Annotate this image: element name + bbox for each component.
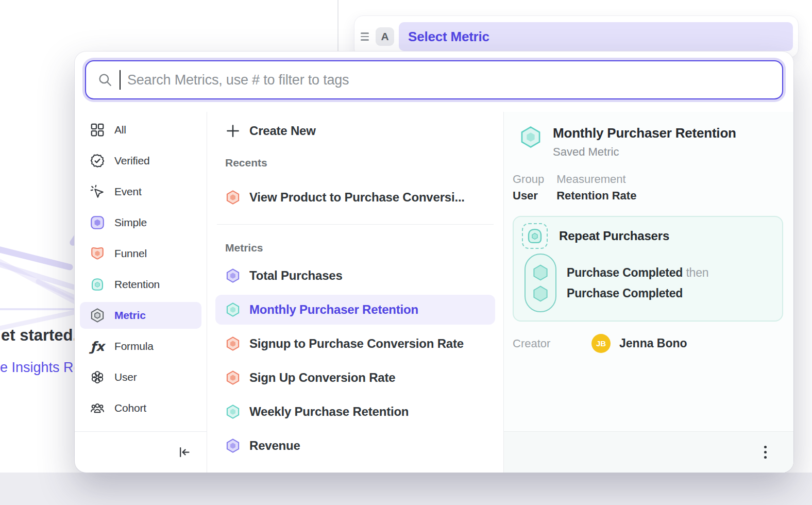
select-metric-label: Select Metric xyxy=(408,29,489,45)
creator-label: Creator xyxy=(513,337,591,350)
measurement-meta: Measurement Retention Rate xyxy=(556,173,636,203)
metric-hexagon-icon-purple xyxy=(225,268,241,283)
card-title: Repeat Purchasers xyxy=(559,229,669,243)
measurement-label: Measurement xyxy=(556,173,636,186)
simple-square-hexagon-icon xyxy=(90,215,105,230)
collapse-sidebar-icon[interactable] xyxy=(177,445,191,459)
creator-avatar: JB xyxy=(591,334,611,353)
list-item-label: Sign Up Conversion Rate xyxy=(249,371,395,385)
list-item-weekly-purchase-retention[interactable]: Weekly Purchase Retention xyxy=(215,397,495,427)
metric-detail-panel: Monthly Purchaser Retention Saved Metric… xyxy=(504,112,793,473)
metric-hexagon-icon xyxy=(90,308,105,323)
event-hexagon-icon xyxy=(532,264,549,281)
sidebar-item-label: Metric xyxy=(114,309,146,322)
sidebar-item-formula[interactable]: ƒx Formula xyxy=(80,333,201,360)
step-connector: then xyxy=(686,266,708,279)
metric-hexagon-icon-teal-large xyxy=(519,125,543,149)
list-item-monthly-purchaser-retention[interactable]: Monthly Purchaser Retention xyxy=(215,295,495,325)
sidebar-item-cohort[interactable]: Cohort xyxy=(80,395,201,422)
list-item-sign-up-conversion-rate[interactable]: Sign Up Conversion Rate xyxy=(215,363,495,393)
background-footer-band xyxy=(0,473,812,505)
sidebar-item-verified[interactable]: Verified xyxy=(80,147,201,174)
background-insights-link-fragment[interactable]: e Insights Re xyxy=(0,360,81,376)
list-item-label: Total Purchases xyxy=(249,268,343,283)
category-sidebar: All Verified Eve xyxy=(75,112,207,473)
metric-hexagon-icon-salmon xyxy=(225,336,241,351)
retention-arch-hexagon-icon xyxy=(90,277,105,292)
event-steps: Purchase Completed then Purchase Complet… xyxy=(567,254,708,312)
sidebar-item-simple[interactable]: Simple xyxy=(80,209,201,236)
list-item-recent[interactable]: View Product to Purchase Conversi... xyxy=(215,184,495,211)
measurement-value: Retention Rate xyxy=(556,189,636,203)
sidebar-item-label: Verified xyxy=(114,155,149,167)
step-1-event: Purchase Completed xyxy=(567,266,683,279)
search-icon xyxy=(97,72,113,88)
sidebar-item-label: Retention xyxy=(114,278,160,291)
create-new-label: Create New xyxy=(249,124,316,138)
saved-metric-definition-card: Repeat Purchasers xyxy=(513,216,783,322)
sidebar-item-user[interactable]: User xyxy=(80,364,201,391)
retention-arch-hexagon-icon xyxy=(526,227,544,245)
group-meta: Group User xyxy=(513,173,544,203)
detail-header: Monthly Purchaser Retention Saved Metric xyxy=(513,125,783,159)
sidebar-item-label: Funnel xyxy=(114,247,147,260)
sidebar-item-all[interactable]: All xyxy=(80,116,201,143)
metrics-list: Total Purchases Monthly Purchaser Retent… xyxy=(215,261,495,461)
formula-fx-icon: ƒx xyxy=(90,339,105,354)
sidebar-item-label: Formula xyxy=(114,340,154,352)
event-hexagon-icon xyxy=(532,285,549,302)
metric-hexagon-icon-purple xyxy=(225,438,241,453)
list-item-revenue[interactable]: Revenue xyxy=(215,431,495,461)
funnel-shield-hexagon-icon xyxy=(90,246,105,261)
screen: et started. e Insights Re A Select Metri… xyxy=(0,0,812,505)
group-label: Group xyxy=(513,173,544,186)
search-input[interactable]: Search Metrics, use # to filter to tags xyxy=(85,60,783,99)
step-2-event: Purchase Completed xyxy=(567,287,683,300)
create-new-button[interactable]: Create New xyxy=(215,119,495,143)
metric-hexagon-icon-teal xyxy=(225,302,241,317)
cohort-people-icon xyxy=(90,400,105,416)
series-a-badge[interactable]: A xyxy=(376,27,394,46)
metrics-heading: Metrics xyxy=(215,242,495,254)
recents-heading: Recents xyxy=(215,157,495,169)
background-headline-fragment: et started. xyxy=(1,326,77,345)
drag-handle-icon[interactable] xyxy=(361,32,371,41)
creator-row: Creator JB Jenna Bono xyxy=(513,334,783,353)
user-flower-icon xyxy=(90,369,105,385)
select-metric-button[interactable]: Select Metric xyxy=(399,22,793,51)
sidebar-item-label: Cohort xyxy=(114,402,146,414)
sidebar-item-funnel[interactable]: Funnel xyxy=(80,240,201,267)
group-value: User xyxy=(513,189,544,203)
list-item-total-purchases[interactable]: Total Purchases xyxy=(215,261,495,291)
list-item-label: Monthly Purchaser Retention xyxy=(249,302,418,317)
search-placeholder: Search Metrics, use # to filter to tags xyxy=(127,72,349,88)
background-panel-divider xyxy=(337,0,339,52)
metric-hexagon-icon-teal xyxy=(225,404,241,419)
sidebar-item-label: Event xyxy=(114,186,142,198)
text-caret xyxy=(120,70,121,90)
more-options-kebab-icon[interactable] xyxy=(761,443,770,462)
metric-hexagon-icon-salmon xyxy=(225,370,241,385)
plus-icon xyxy=(225,123,241,139)
detail-title: Monthly Purchaser Retention xyxy=(553,125,736,141)
metric-list-column: Create New Recents View Product to Purch… xyxy=(207,112,504,473)
retention-behavior-icon xyxy=(522,223,548,249)
event-sequence-capsule xyxy=(525,254,556,312)
sidebar-item-label: User xyxy=(114,371,137,383)
list-item-signup-to-purchase-conversion-rate[interactable]: Signup to Purchase Conversion Rate xyxy=(215,329,495,359)
sidebar-item-event[interactable]: Event xyxy=(80,178,201,205)
list-item-label: Revenue xyxy=(249,439,300,453)
list-item-label: View Product to Purchase Conversi... xyxy=(249,190,465,205)
metric-picker-modal: Search Metrics, use # to filter to tags … xyxy=(75,52,793,473)
detail-type-label: Saved Metric xyxy=(553,145,736,159)
sidebar-item-label: All xyxy=(114,124,126,136)
creator-name: Jenna Bono xyxy=(619,336,687,350)
sidebar-item-metric[interactable]: Metric xyxy=(80,302,201,329)
sidebar-item-retention[interactable]: Retention xyxy=(80,271,201,298)
list-item-label: Signup to Purchase Conversion Rate xyxy=(249,336,464,351)
cursor-click-icon xyxy=(90,184,105,199)
detail-meta: Group User Measurement Retention Rate xyxy=(513,173,783,203)
search-area: Search Metrics, use # to filter to tags xyxy=(75,52,793,112)
list-item-label: Weekly Purchase Retention xyxy=(249,405,409,419)
section-divider xyxy=(217,224,494,225)
